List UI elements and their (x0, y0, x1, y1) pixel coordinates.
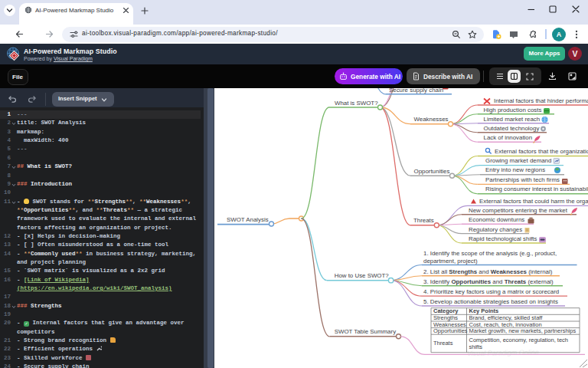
svg-text:Rising consumer interest in su: Rising consumer interest in sustainabili (485, 186, 588, 192)
svg-text:How to Use SWOT?: How to Use SWOT? (335, 272, 390, 279)
svg-text:Internal factors that hinder p: Internal factors that hinder performan (494, 97, 588, 104)
svg-text:Partnerships with tech firms: Partnerships with tech firms (485, 176, 560, 183)
svg-text:Entry into new regions: Entry into new regions (485, 166, 545, 173)
svg-text:External factors that could ha: External factors that could harm the org… (479, 198, 588, 205)
svg-text:Opportunities: Opportunities (414, 168, 450, 175)
svg-text:Competition, economy, regulati: Competition, economy, regulation, tech (469, 337, 569, 343)
svg-text:Limited market reach: Limited market reach (484, 116, 541, 123)
svg-text:Growing market demand: Growing market demand (485, 157, 551, 164)
svg-text:shifts: shifts (469, 343, 483, 350)
svg-text:3. Identify Opportunities and: 3. Identify Opportunities and Threats (e… (423, 278, 554, 285)
svg-text:SWOT Analysis: SWOT Analysis (227, 216, 269, 223)
svg-text:High production costs: High production costs (484, 107, 542, 113)
svg-text:Economic downturns: Economic downturns (469, 216, 524, 223)
svg-text:SWOT Table Summary: SWOT Table Summary (335, 328, 396, 335)
svg-text:1. Identify the scope of the a: 1. Identify the scope of the analysis (e… (423, 250, 557, 257)
svg-text:Outdated technology: Outdated technology (484, 125, 540, 132)
svg-text:Rapid technological shifts: Rapid technological shifts (469, 235, 537, 242)
svg-text:New competitors entering the m: New competitors entering the market (469, 207, 568, 214)
svg-text:Lack of innovation: Lack of innovation (484, 134, 533, 141)
svg-text:Secure supply chain: Secure supply chain (389, 88, 443, 94)
svg-text:4. Prioritize key factors usin: 4. Prioritize key factors using a matrix… (423, 288, 559, 295)
svg-text:5. Develop actionable strategi: 5. Develop actionable strategies based o… (423, 298, 558, 305)
svg-text:Regulatory changes: Regulatory changes (469, 226, 522, 233)
svg-text:External factors that the orga: External factors that the organizatio (495, 148, 588, 155)
svg-text:2. List all Strengths and Weak: 2. List all Strengths and Weaknesses (in… (423, 268, 553, 275)
svg-text:Threats: Threats (413, 217, 434, 224)
svg-text:Weaknesses: Weaknesses (414, 116, 449, 123)
svg-text:Market growth, new markets, pa: Market growth, new markets, partnerships (469, 327, 577, 334)
svg-text:Opportunities: Opportunities (433, 327, 468, 334)
svg-text:Threats: Threats (433, 340, 453, 347)
svg-text:What is SWOT?: What is SWOT? (335, 100, 378, 107)
svg-text:department, project): department, project) (423, 258, 478, 264)
